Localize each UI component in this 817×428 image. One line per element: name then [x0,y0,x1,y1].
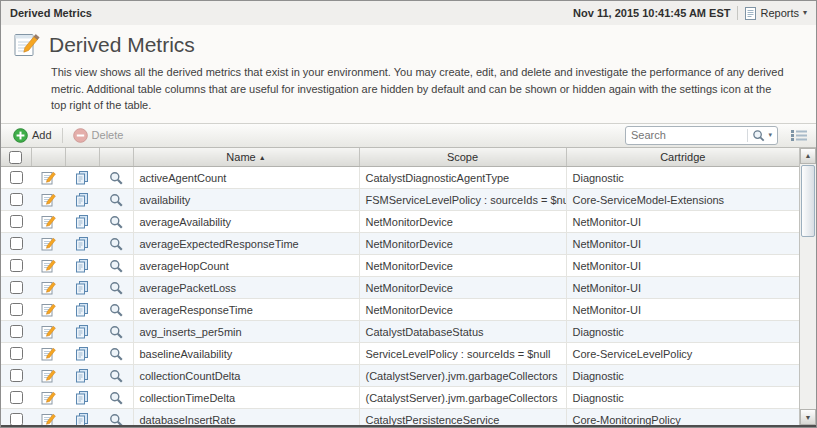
column-header-name[interactable]: Name▲ [133,148,359,167]
row-checkbox[interactable] [10,193,23,206]
row-checkbox[interactable] [10,237,23,250]
magnifier-icon[interactable] [109,193,123,207]
metric-cartridge-cell: Core-MonitoringPolicy [566,409,799,428]
copy-icon[interactable] [75,303,89,317]
copy-icon[interactable] [75,237,89,251]
row-checkbox[interactable] [10,215,23,228]
edit-icon[interactable] [41,368,56,383]
row-edit-cell [31,255,65,277]
metric-scope-cell: NetMonitorDevice [359,299,566,321]
search-icon[interactable] [752,129,765,142]
edit-icon[interactable] [41,390,56,405]
reports-menu[interactable]: Reports ▾ [745,7,807,20]
metric-scope: NetMonitorDevice [366,216,453,228]
magnifier-icon[interactable] [109,281,123,295]
copy-icon[interactable] [75,391,89,405]
edit-icon[interactable] [41,258,56,273]
select-all-checkbox[interactable] [9,151,22,164]
metric-cartridge-cell: NetMonitor-UI [566,211,799,233]
row-checkbox[interactable] [10,391,23,404]
scroll-down-icon[interactable]: ▼ [800,409,816,425]
edit-icon[interactable] [41,412,56,427]
table-settings-icon[interactable] [791,129,807,142]
row-checkbox[interactable] [10,413,23,426]
row-checkbox[interactable] [10,347,23,360]
search-options-caret-icon[interactable]: ▾ [768,131,772,139]
row-checkbox[interactable] [10,303,23,316]
row-select-cell [1,409,31,428]
row-edit-cell [31,387,65,409]
row-select-cell [1,233,31,255]
copy-icon[interactable] [75,369,89,383]
edit-icon[interactable] [41,324,56,339]
magnifier-icon[interactable] [109,347,123,361]
metric-scope-cell: (CatalystServer).jvm.garbageCollectors [359,387,566,409]
magnifier-icon[interactable] [109,259,123,273]
metric-cartridge-cell: NetMonitor-UI [566,277,799,299]
metric-cartridge: Diagnostic [573,392,624,404]
scrollbar-thumb[interactable] [801,165,815,237]
edit-icon[interactable] [41,302,56,317]
row-checkbox[interactable] [10,369,23,382]
edit-icon[interactable] [41,170,56,185]
edit-icon[interactable] [41,280,56,295]
column-header-scope[interactable]: Scope [359,148,566,167]
edit-icon[interactable] [41,214,56,229]
magnifier-icon[interactable] [109,303,123,317]
metric-name: averageExpectedResponseTime [140,238,299,250]
copy-icon[interactable] [75,347,89,361]
magnifier-icon[interactable] [109,215,123,229]
derived-metrics-icon [13,31,40,58]
magnifier-icon[interactable] [109,369,123,383]
metric-cartridge-cell: Diagnostic [566,321,799,343]
metric-scope-cell: CatalystPersistenceService [359,409,566,428]
metric-name-cell: averageResponseTime [133,299,359,321]
metric-scope-cell: CatalystDiagnosticAgentType [359,167,566,189]
divider [737,6,738,20]
table-row: collectionCountDelta (CatalystServer).jv… [1,365,799,387]
row-copy-cell [65,387,99,409]
delete-button[interactable]: Delete [68,126,129,145]
metric-cartridge: Diagnostic [573,326,624,338]
row-select-cell [1,211,31,233]
metric-scope: NetMonitorDevice [366,238,453,250]
copy-icon[interactable] [75,413,89,427]
magnifier-icon[interactable] [109,413,123,427]
edit-icon[interactable] [41,236,56,251]
magnifier-icon[interactable] [109,171,123,185]
scrollbar-track[interactable] [800,238,816,410]
magnifier-icon[interactable] [109,325,123,339]
row-investigate-cell [99,277,133,299]
search-input[interactable] [631,129,745,141]
edit-icon[interactable] [41,346,56,361]
row-checkbox[interactable] [10,281,23,294]
page-title: Derived Metrics [49,33,195,57]
row-edit-cell [31,277,65,299]
metric-scope: NetMonitorDevice [366,260,453,272]
metric-scope-cell: CatalystDatabaseStatus [359,321,566,343]
derived-metrics-table: Name▲ Scope Cartridge [1,148,816,428]
sort-ascending-icon: ▲ [259,154,266,161]
delete-icon [73,128,88,143]
column-header-cartridge[interactable]: Cartridge [566,148,799,167]
copy-icon[interactable] [75,281,89,295]
add-button[interactable]: Add [8,126,57,145]
row-checkbox[interactable] [10,325,23,338]
magnifier-icon[interactable] [109,237,123,251]
metric-name-cell: averageHopCount [133,255,359,277]
row-checkbox[interactable] [10,171,23,184]
scroll-up-icon[interactable]: ▲ [800,148,816,164]
row-copy-cell [65,409,99,428]
row-checkbox[interactable] [10,259,23,272]
edit-column-header [31,148,65,167]
copy-icon[interactable] [75,215,89,229]
copy-icon[interactable] [75,259,89,273]
magnifier-icon[interactable] [109,391,123,405]
row-copy-cell [65,343,99,365]
edit-icon[interactable] [41,192,56,207]
copy-icon[interactable] [75,171,89,185]
copy-icon[interactable] [75,325,89,339]
row-copy-cell [65,321,99,343]
row-select-cell [1,189,31,211]
copy-icon[interactable] [75,193,89,207]
